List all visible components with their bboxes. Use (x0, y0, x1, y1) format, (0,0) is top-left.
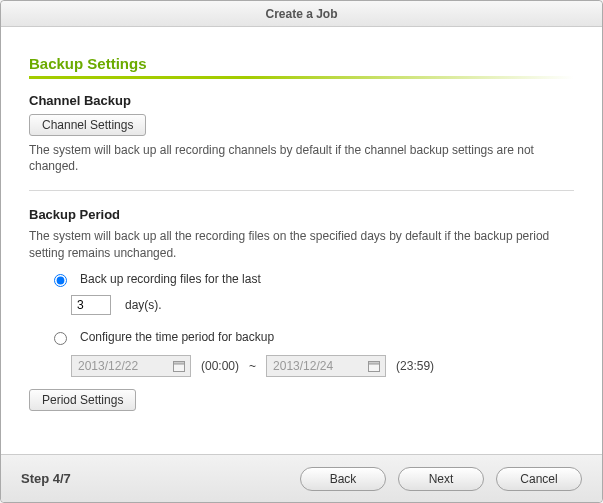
radio-time-range-label: Configure the time period for backup (80, 330, 274, 344)
channel-settings-button[interactable]: Channel Settings (29, 114, 146, 136)
cancel-button[interactable]: Cancel (496, 467, 582, 491)
radio-time-range[interactable] (54, 332, 67, 345)
backup-period-heading: Backup Period (29, 207, 574, 222)
dialog-create-job: Create a Job Backup Settings Channel Bac… (0, 0, 603, 503)
period-settings-button[interactable]: Period Settings (29, 389, 136, 411)
range-separator: ~ (249, 359, 256, 373)
page-title: Backup Settings (29, 55, 574, 72)
footer: Step 4/7 Back Next Cancel (1, 454, 602, 502)
days-input[interactable] (71, 295, 111, 315)
svg-rect-3 (369, 361, 380, 364)
back-button[interactable]: Back (300, 467, 386, 491)
radio-last-days[interactable] (54, 274, 67, 287)
radio-last-days-label: Back up recording files for the last (80, 272, 261, 286)
calendar-icon (367, 359, 381, 373)
next-button[interactable]: Next (398, 467, 484, 491)
backup-period-description: The system will back up all the recordin… (29, 228, 574, 260)
title-underline (29, 76, 574, 79)
to-date-value: 2013/12/24 (273, 359, 333, 373)
step-indicator: Step 4/7 (21, 471, 71, 486)
window-title: Create a Job (265, 7, 337, 21)
content-area: Backup Settings Channel Backup Channel S… (1, 27, 602, 454)
footer-buttons: Back Next Cancel (300, 467, 582, 491)
divider (29, 190, 574, 191)
days-suffix: day(s). (125, 298, 162, 312)
channel-backup-heading: Channel Backup (29, 93, 574, 108)
titlebar: Create a Job (1, 1, 602, 27)
channel-backup-description: The system will back up all recording ch… (29, 142, 574, 174)
from-date-field[interactable]: 2013/12/22 (71, 355, 191, 377)
svg-rect-1 (174, 361, 185, 364)
from-date-value: 2013/12/22 (78, 359, 138, 373)
to-time-label: (23:59) (396, 359, 434, 373)
to-date-field[interactable]: 2013/12/24 (266, 355, 386, 377)
calendar-icon (172, 359, 186, 373)
from-time-label: (00:00) (201, 359, 239, 373)
